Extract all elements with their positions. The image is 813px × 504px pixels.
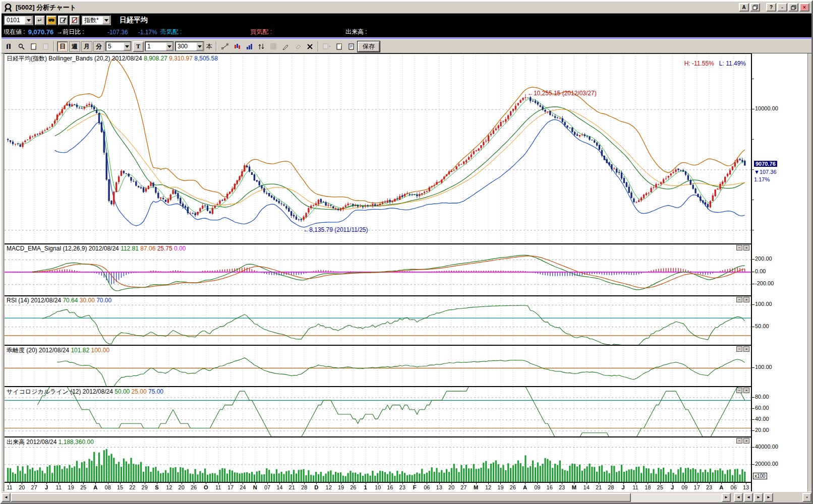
date-axis-label: 22 — [129, 484, 135, 490]
count1-value[interactable]: 1 — [146, 43, 166, 50]
axis-tick — [752, 447, 754, 448]
panel-close-icon[interactable]: × — [743, 438, 749, 444]
chevron-down-icon[interactable] — [102, 16, 110, 24]
panel-minimize-icon[interactable]: − — [736, 346, 742, 352]
date-axis-label: 16 — [547, 484, 553, 490]
bar-chart-icon[interactable] — [244, 41, 255, 52]
scroll-right-arrow[interactable]: ► — [722, 493, 731, 502]
quote-bar: 0101 ↵ 指数* 日経平均 現在値 : 9,070.76 →前日比 : — [2, 14, 811, 40]
date-axis-label: 28 — [608, 484, 614, 490]
panel-minimize-icon[interactable]: − — [736, 438, 742, 444]
bar-count-value[interactable]: 300 — [176, 43, 196, 50]
help-button[interactable]: ? — [766, 3, 776, 12]
date-axis-label: 27 — [31, 484, 37, 490]
chevron-down-icon[interactable] — [196, 42, 203, 50]
save-layout-icon[interactable] — [333, 41, 344, 52]
header-value: 100.00 — [91, 347, 109, 354]
panel-grid-close-icon[interactable]: × — [802, 493, 811, 502]
header-value: 8,908.27 — [144, 55, 169, 62]
axis-label: 200.00 — [755, 256, 772, 262]
panel-close-icon[interactable]: × — [743, 297, 749, 302]
font-button[interactable]: A — [739, 3, 749, 12]
price-panel[interactable]: 日経平均(指数) Bollinger_Bands (20,2) 2012/08/… — [5, 54, 751, 244]
volume-panel[interactable]: 出来高 2012/08/24 1,188,360.00 −× — [5, 437, 751, 483]
text-tool-button[interactable]: T — [133, 41, 144, 52]
enter-button[interactable]: ↵ — [35, 16, 45, 25]
panel-close-icon[interactable]: × — [743, 388, 749, 393]
scroll-left-arrow[interactable]: ◄ — [2, 493, 11, 502]
minimize-button[interactable]: - — [777, 3, 787, 12]
nav-next-button[interactable]: ► — [754, 493, 763, 502]
app-icon — [4, 3, 13, 12]
nav-last-button[interactable]: ► — [764, 493, 773, 502]
psychological-panel[interactable]: サイコロジカルライン (12) 2012/08/24 50.00 25.00 7… — [5, 387, 751, 437]
high-low-value: H: -11.55% — [684, 60, 714, 67]
axis-label: 40000.00 — [755, 444, 778, 450]
date-axis-label: 07 — [264, 484, 270, 490]
axis-label: 10000.00 — [755, 105, 778, 111]
kairi-panel[interactable]: 乖離度 (20) 2012/08/24 101.82 100.00 −× — [5, 346, 751, 387]
header-value: 日経平均(指数) Bollinger_Bands (20,2) 2012/08/… — [7, 55, 144, 62]
new-page-icon[interactable] — [28, 41, 39, 52]
panel-minimize-icon[interactable]: − — [736, 388, 742, 393]
price-panel-header: 日経平均(指数) Bollinger_Bands (20,2) 2012/08/… — [7, 54, 218, 63]
category-value[interactable]: 指数* — [82, 16, 102, 25]
kairi-panel-header: 乖離度 (20) 2012/08/24 101.82 100.00 — [7, 346, 109, 355]
panel-close-icon[interactable]: × — [743, 346, 749, 352]
date-axis-label: 24 — [240, 484, 246, 490]
edit-memo-icon[interactable] — [58, 16, 68, 25]
symbol-code-combobox[interactable]: 0101 — [4, 15, 33, 25]
maximize-button[interactable] — [788, 3, 798, 12]
date-axis-label: 06 — [424, 484, 430, 490]
interval-dropdown[interactable]: 5 — [105, 41, 132, 51]
chevron-down-icon[interactable] — [166, 42, 173, 50]
axis-tick — [752, 79, 754, 79]
price-annotation: ←8,135.79 (2011/11/25) — [303, 226, 368, 233]
remove-watch-icon[interactable] — [70, 16, 80, 25]
trendline-tool-icon[interactable] — [219, 41, 230, 52]
last-price-change-pct: 1.17% — [754, 176, 770, 182]
date-axis-label: 09 — [534, 484, 540, 490]
bar-count-dropdown[interactable]: 300 — [175, 41, 204, 51]
category-combobox[interactable]: 指数* — [81, 15, 111, 25]
volume-label: 出来高 : — [345, 28, 367, 36]
period-minute-button[interactable]: 分 — [93, 41, 104, 52]
zoom-icon[interactable] — [16, 41, 27, 52]
nav-prev-button[interactable]: ◄ — [744, 493, 753, 502]
nav-first-button[interactable]: ◄ — [734, 493, 743, 502]
scrollbar-thumb[interactable] — [11, 493, 631, 502]
scrollbar-track[interactable] — [631, 493, 722, 502]
date-axis-label: J — [622, 484, 625, 490]
save-button[interactable]: 保存 — [358, 41, 380, 52]
period-day-button[interactable]: 日 — [57, 41, 68, 52]
date-axis-label: 17 — [694, 484, 700, 490]
volume-bars — [7, 449, 745, 482]
divider — [318, 41, 319, 51]
symbol-code-value[interactable]: 0101 — [5, 17, 25, 24]
chevron-down-icon[interactable] — [124, 42, 131, 50]
chevron-down-icon[interactable] — [25, 16, 32, 24]
close-button[interactable]: × — [799, 3, 809, 12]
pencil-icon[interactable] — [280, 41, 291, 52]
panel-minimize-icon[interactable]: − — [736, 297, 742, 302]
panel-minimize-icon[interactable]: − — [736, 245, 742, 250]
candlestick-chart-icon[interactable] — [231, 41, 243, 52]
load-layout-icon[interactable] — [345, 41, 357, 52]
sort-arrows-icon[interactable] — [256, 41, 267, 52]
search-binoculars-icon[interactable] — [46, 16, 56, 25]
period-month-button[interactable]: 月 — [81, 41, 92, 52]
panel-close-icon[interactable]: × — [743, 245, 749, 250]
delete-x-icon[interactable] — [304, 41, 315, 52]
rsi-panel[interactable]: RSI (14) 2012/08/24 70.64 30.00 70.00 −× — [5, 296, 751, 346]
copy-window-icon[interactable] — [750, 3, 760, 12]
bid-label: 買気配 : — [250, 28, 272, 36]
count1-dropdown[interactable]: 1 — [145, 41, 174, 51]
axis-label: -200.00 — [755, 280, 774, 286]
macd-line — [33, 255, 745, 291]
board-icon[interactable] — [4, 41, 15, 52]
axis-tick — [752, 200, 754, 200]
date-axis-label: 19 — [338, 484, 344, 490]
interval-value[interactable]: 5 — [106, 43, 124, 50]
period-week-button[interactable]: 週 — [69, 41, 80, 52]
macd-panel[interactable]: MACD_EMA_Signal (12,26,9) 2012/08/24 112… — [5, 244, 751, 296]
